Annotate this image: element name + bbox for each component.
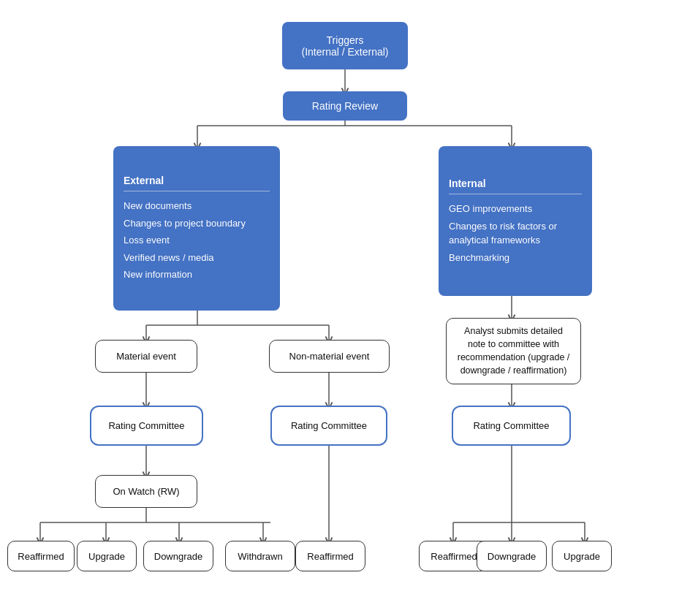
external-item-3: Loss event (124, 233, 170, 248)
external-item-4: Verified news / media (124, 251, 214, 265)
reaffirmed-3-label: Reaffirmed (431, 551, 477, 562)
internal-node: Internal GEO improvements Changes to ris… (439, 146, 592, 296)
rating-committee-2-label: Rating Committee (291, 420, 367, 431)
material-event-node: Material event (95, 340, 197, 373)
internal-item-2: Changes to risk factors or analytical fr… (449, 219, 582, 248)
downgrade-1-node: Downgrade (143, 541, 213, 571)
withdrawn-label: Withdrawn (238, 551, 282, 562)
material-event-label: Material event (116, 351, 176, 362)
flowchart: Triggers (Internal / External) Rating Re… (0, 0, 690, 616)
internal-title: Internal (449, 178, 582, 194)
downgrade-1-label: Downgrade (154, 551, 203, 562)
triggers-label: Triggers (Internal / External) (301, 34, 388, 58)
reaffirmed-2-label: Reaffirmed (307, 551, 353, 562)
upgrade-2-label: Upgrade (564, 551, 600, 562)
rating-committee-1-label: Rating Committee (108, 420, 184, 431)
rating-committee-1-node: Rating Committee (90, 406, 203, 446)
downgrade-2-label: Downgrade (488, 551, 537, 562)
withdrawn-node: Withdrawn (225, 541, 295, 571)
reaffirmed-1-label: Reaffirmed (18, 551, 64, 562)
rating-committee-3-node: Rating Committee (452, 406, 571, 446)
rating-committee-2-node: Rating Committee (270, 406, 387, 446)
external-node: External New documents Changes to projec… (113, 146, 280, 311)
upgrade-2-node: Upgrade (552, 541, 612, 571)
reaffirmed-1-node: Reaffirmed (7, 541, 75, 571)
rating-committee-3-label: Rating Committee (473, 420, 549, 431)
on-watch-label: On Watch (RW) (113, 486, 179, 497)
upgrade-1-label: Upgrade (88, 551, 125, 562)
external-item-5: New information (124, 267, 192, 282)
external-title: External (124, 175, 270, 191)
on-watch-node: On Watch (RW) (95, 475, 197, 508)
analyst-submits-label: Analyst submits detailed note to committ… (455, 324, 572, 378)
external-item-1: New documents (124, 199, 192, 213)
non-material-event-node: Non-material event (269, 340, 390, 373)
rating-review-node: Rating Review (283, 91, 407, 121)
non-material-event-label: Non-material event (289, 351, 370, 362)
rating-review-label: Rating Review (312, 100, 378, 112)
triggers-node: Triggers (Internal / External) (282, 22, 408, 69)
reaffirmed-2-node: Reaffirmed (295, 541, 365, 571)
external-item-2: Changes to project boundary (124, 216, 246, 231)
internal-item-3: Benchmarking (449, 251, 509, 265)
downgrade-2-node: Downgrade (477, 541, 547, 571)
upgrade-1-node: Upgrade (77, 541, 137, 571)
analyst-submits-node: Analyst submits detailed note to committ… (446, 318, 581, 384)
internal-item-1: GEO improvements (449, 202, 532, 216)
